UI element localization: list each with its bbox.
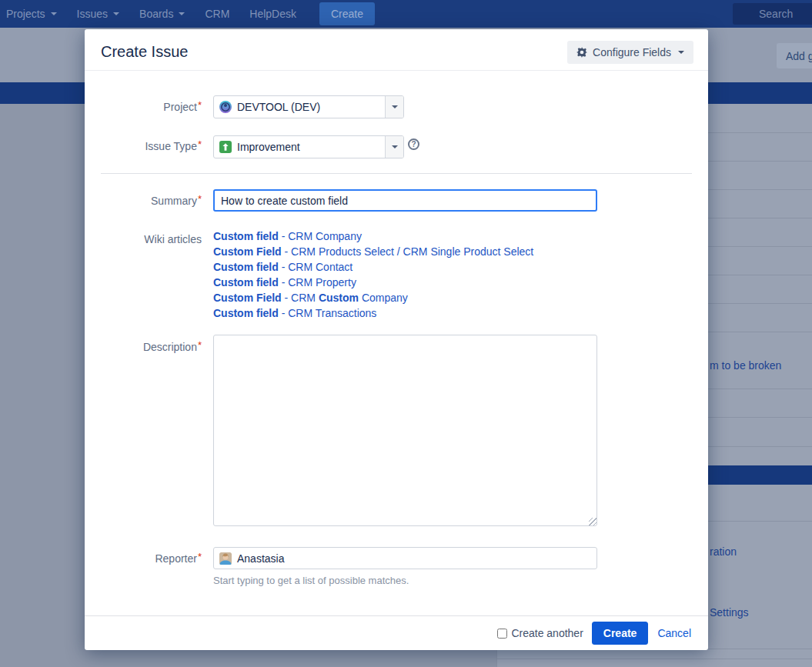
- required-indicator: *: [198, 99, 202, 111]
- add-gadget-button[interactable]: Add g: [777, 43, 812, 68]
- issue-type-select[interactable]: Improvement: [213, 135, 404, 158]
- wiki-article-link[interactable]: Custom Field - CRM Custom Company: [213, 290, 552, 305]
- reporter-avatar: [219, 552, 232, 565]
- wiki-articles-label: Wiki articles: [85, 233, 202, 245]
- chevron-down-icon: [392, 105, 398, 108]
- wiki-articles-list: Custom field - CRM CompanyCustom Field -…: [213, 228, 552, 321]
- summary-input[interactable]: [213, 189, 597, 212]
- reporter-help-text: Start typing to get a list of possible m…: [213, 575, 409, 586]
- issue-type-help-icon[interactable]: ?: [408, 138, 419, 150]
- issue-type-label: Issue Type*: [85, 140, 202, 153]
- reporter-label: Reporter*: [85, 552, 202, 565]
- wiki-article-link[interactable]: Custom field - CRM Contact: [213, 259, 552, 275]
- dialog-header: Create Issue Configure Fields: [85, 29, 708, 71]
- nav-item-projects[interactable]: Projects: [6, 8, 57, 20]
- nav-item-issues[interactable]: Issues: [77, 8, 119, 20]
- cancel-link[interactable]: Cancel: [657, 627, 691, 639]
- wiki-article-link[interactable]: Custom field - CRM Property: [213, 275, 552, 290]
- chevron-down-icon: [179, 12, 185, 15]
- wiki-article-link[interactable]: Custom field - CRM Transactions: [213, 305, 552, 321]
- configure-fields-button[interactable]: Configure Fields: [567, 41, 693, 64]
- gear-icon: [576, 47, 587, 58]
- top-nav-bar: Projects Issues Boards CRM HelpDesk Crea…: [0, 0, 812, 28]
- required-indicator: *: [198, 193, 202, 205]
- background-settings-link[interactable]: Settings: [710, 606, 749, 619]
- required-indicator: *: [198, 339, 202, 351]
- wiki-article-link[interactable]: Custom field - CRM Company: [213, 228, 552, 244]
- project-label: Project*: [85, 101, 202, 114]
- create-another-option: Create another: [497, 627, 583, 639]
- reporter-input[interactable]: Anastasia: [213, 547, 597, 569]
- required-indicator: *: [198, 138, 202, 150]
- create-button[interactable]: Create: [592, 622, 649, 645]
- issue-type-select-dropdown-button[interactable]: [385, 136, 403, 158]
- wiki-article-link[interactable]: Custom Field - CRM Products Select / CRM…: [213, 244, 552, 259]
- description-textarea[interactable]: [213, 335, 597, 526]
- issue-type-select-value: Improvement: [237, 141, 300, 153]
- table-row-divider: [497, 659, 812, 659]
- background-configuration-link[interactable]: ration: [710, 545, 737, 558]
- chevron-down-icon: [392, 145, 398, 148]
- search-input[interactable]: [733, 3, 812, 25]
- nav-item-boards[interactable]: Boards: [139, 8, 185, 20]
- create-another-label: Create another: [511, 627, 583, 639]
- chevron-down-icon: [113, 12, 119, 15]
- nav-item-helpdesk[interactable]: HelpDesk: [249, 8, 296, 20]
- improvement-icon: [219, 141, 232, 153]
- textarea-resize-handle[interactable]: [589, 518, 596, 525]
- create-another-checkbox[interactable]: [497, 629, 507, 639]
- project-avatar-icon: [219, 101, 232, 113]
- description-label: Description*: [85, 341, 202, 354]
- dialog-footer: Create another Create Cancel: [85, 615, 708, 650]
- reporter-value: Anastasia: [237, 552, 284, 565]
- nav-item-crm[interactable]: CRM: [205, 8, 229, 20]
- create-issue-dialog: Create Issue Configure Fields Project*: [85, 29, 708, 650]
- chevron-down-icon: [51, 12, 57, 15]
- required-indicator: *: [198, 551, 202, 562]
- project-select-value: DEVTOOL (DEV): [237, 101, 320, 113]
- project-select-dropdown-button[interactable]: [385, 96, 403, 118]
- summary-label: Summary*: [85, 195, 202, 208]
- chevron-down-icon: [678, 51, 684, 54]
- dialog-title: Create Issue: [101, 43, 188, 61]
- screen: Projects Issues Boards CRM HelpDesk Crea…: [0, 0, 812, 667]
- nav-create-button[interactable]: Create: [319, 2, 375, 25]
- background-issue-link[interactable]: m to be broken: [710, 359, 781, 372]
- project-select[interactable]: DEVTOOL (DEV): [213, 95, 404, 118]
- form-divider: [101, 173, 692, 174]
